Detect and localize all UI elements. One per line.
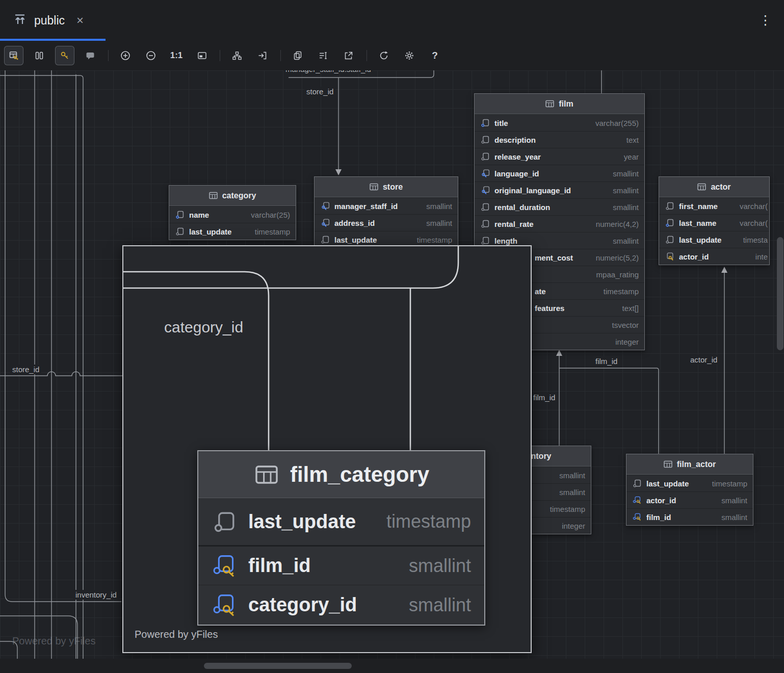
title-bar: public × ⋮ (0, 0, 784, 41)
toggle-columns-button[interactable] (30, 46, 49, 65)
auto-layout-button[interactable] (227, 46, 247, 65)
column-name: last_update (334, 236, 377, 244)
zoom-in-button[interactable] (116, 46, 135, 65)
column-row[interactable]: rental_durationsmallint (475, 198, 644, 215)
entity-title: actor (711, 183, 730, 192)
fit-content-button[interactable] (192, 46, 212, 65)
edge-label: manager_staff_id:staff_id (283, 70, 373, 74)
settings-button[interactable] (400, 46, 419, 65)
refresh-button[interactable] (374, 46, 394, 65)
edge-label: category_id (164, 319, 243, 336)
entity-title: store (383, 183, 403, 192)
entity-store[interactable]: storemanager_staff_idsmallintaddress_ids… (314, 176, 458, 248)
primary-foreign-key-icon (632, 496, 642, 504)
vertical-scrollbar-thumb[interactable] (777, 237, 783, 350)
jump-to-source-button[interactable] (253, 46, 272, 65)
column-name: actor_id (646, 496, 676, 505)
zoom-out-button[interactable] (141, 46, 161, 65)
column-row[interactable]: namevarchar(25) (169, 206, 296, 223)
column-icon (480, 119, 490, 127)
column-row[interactable]: last_updatetimestamp (169, 223, 296, 240)
column-row[interactable]: last_updatetimestamp (626, 475, 753, 491)
diagram-canvas[interactable]: Powered by yFiles filmtitlevarchar(255)d… (0, 70, 784, 659)
column-name: language_id (494, 169, 539, 178)
entity-film_actor[interactable]: film_actorlast_updatetimestampactor_idsm… (626, 454, 753, 526)
column-name: last_update (189, 227, 231, 236)
column-type: varchar(255) (595, 119, 639, 127)
edge-label: film_id (531, 393, 557, 402)
tab-close-icon[interactable]: × (76, 13, 84, 28)
magnifier-overlay[interactable]: category_id film_category (122, 245, 532, 653)
column-row[interactable]: category_id smallint (198, 585, 484, 625)
column-name: last_update (679, 236, 721, 244)
entity-title: film_actor (677, 460, 716, 469)
tab-public[interactable]: public × (0, 0, 95, 41)
column-row[interactable]: film_idsmallint (626, 508, 753, 525)
column-row[interactable]: last_updatetimesta (659, 231, 769, 248)
column-row[interactable]: last_namevarchar( (659, 214, 769, 231)
primary-foreign-key-icon (212, 594, 238, 616)
column-row[interactable]: release_yearyear (475, 148, 644, 165)
toggle-comments-button[interactable] (81, 46, 100, 65)
column-row[interactable]: last_update timestamp (198, 498, 484, 545)
entity-header[interactable]: actor (659, 177, 769, 197)
column-icon (480, 203, 490, 211)
primary-foreign-key-icon (632, 513, 642, 521)
column-name: original_language_id (494, 186, 571, 195)
help-icon: ? (432, 50, 438, 61)
entity-header[interactable]: store (315, 177, 458, 197)
entity-header[interactable]: film_actor (626, 454, 753, 475)
column-type: text[] (622, 304, 639, 313)
horizontal-scrollbar-thumb[interactable] (204, 663, 352, 669)
toggle-keys-button[interactable] (55, 46, 74, 65)
column-icon (175, 227, 185, 236)
column-type: varchar(25) (251, 211, 290, 219)
table-icon (545, 100, 554, 108)
toolbar-separator (220, 50, 220, 61)
column-row[interactable]: film_id smallint (198, 545, 484, 585)
entity-actor[interactable]: actorfirst_namevarchar(last_namevarchar(… (659, 176, 770, 265)
help-button[interactable]: ? (425, 46, 445, 65)
tab-title: public (34, 14, 65, 28)
column-row[interactable]: actor_idsmallint (626, 491, 753, 508)
column-row[interactable]: first_namevarchar( (659, 197, 769, 214)
entity-film-category-magnified[interactable]: film_category last_update timestamp (197, 450, 485, 626)
column-row[interactable]: titlevarchar(255) (475, 114, 644, 131)
column-type: timestamp (550, 505, 585, 513)
column-row[interactable]: rental_ratenumeric(4,2) (475, 215, 644, 232)
column-row[interactable]: address_idsmallint (315, 214, 458, 231)
table-key-icon (9, 51, 19, 60)
table-icon (253, 464, 280, 485)
more-options-icon[interactable]: ⋮ (759, 12, 772, 28)
open-in-new-icon (344, 51, 353, 60)
entity-header: film_category (198, 451, 484, 498)
column-icon (480, 136, 490, 144)
select-list-button[interactable] (313, 46, 333, 65)
copy-diagram-button[interactable] (288, 46, 307, 65)
column-name: features (535, 304, 564, 313)
column-name: ate (535, 287, 546, 296)
column-row[interactable]: language_idsmallint (475, 165, 644, 182)
column-row[interactable]: original_language_idsmallint (475, 182, 644, 198)
column-type: smallint (426, 202, 452, 211)
entity-header[interactable]: category (169, 186, 296, 206)
column-type: smallint (721, 513, 747, 522)
column-row[interactable]: actor_idinte (659, 248, 769, 265)
open-in-new-button[interactable] (339, 46, 358, 65)
diagram-tab-icon (13, 13, 27, 28)
column-row[interactable]: descriptiontext (475, 131, 644, 148)
actual-size-button[interactable]: 1:1 (167, 46, 186, 65)
comment-icon (86, 51, 95, 60)
column-type: varchar( (740, 219, 768, 227)
column-type: smallint (721, 496, 747, 505)
toggle-key-columns-button[interactable] (4, 46, 23, 65)
primary-key-icon (665, 252, 675, 261)
entity-header[interactable]: film (475, 94, 644, 114)
column-type: numeric(5,2) (596, 253, 639, 262)
column-name: film_id (646, 513, 671, 522)
column-name: name (189, 211, 209, 219)
entity-category[interactable]: categorynamevarchar(25)last_updatetimest… (169, 185, 296, 240)
column-icon (632, 479, 642, 487)
column-row[interactable]: manager_staff_idsmallint (315, 197, 458, 214)
column-type: timestamp (255, 227, 290, 236)
